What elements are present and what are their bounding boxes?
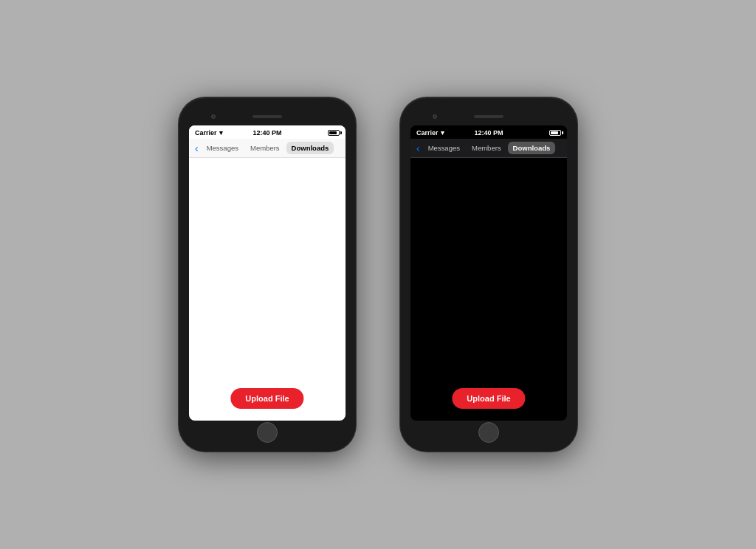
tab-messages-dark[interactable]: Messages: [423, 142, 465, 154]
phone-comparison: Carrier ▾ 12:40 PM ‹ Messages Members Do…: [179, 97, 577, 452]
battery-dark: [549, 130, 561, 136]
nav-tabs-light: Messages Members Downloads: [202, 142, 334, 154]
content-dark: Upload File: [410, 158, 567, 421]
tab-downloads-light[interactable]: Downloads: [286, 142, 334, 154]
nav-tabs-dark: Messages Members Downloads: [423, 142, 556, 154]
battery-light: [328, 130, 340, 136]
nav-bar-dark: ‹ Messages Members Downloads: [410, 139, 567, 158]
status-bar-dark: Carrier ▾ 12:40 PM: [410, 125, 567, 139]
battery-fill-light: [329, 131, 337, 134]
phone-top-dark: [410, 108, 567, 125]
light-phone: Carrier ▾ 12:40 PM ‹ Messages Members Do…: [179, 97, 356, 452]
content-light: Upload File: [189, 158, 346, 421]
tab-members-light[interactable]: Members: [245, 142, 285, 154]
time-dark: 12:40 PM: [474, 129, 503, 137]
tab-downloads-dark[interactable]: Downloads: [508, 142, 556, 154]
carrier-dark: Carrier: [416, 129, 439, 137]
battery-fill-dark: [551, 131, 558, 134]
screen-dark: Carrier ▾ 12:40 PM ‹ Messages Members Do…: [410, 125, 567, 421]
tab-messages-light[interactable]: Messages: [202, 142, 244, 154]
home-button-dark[interactable]: [478, 422, 499, 443]
speaker-light: [252, 115, 282, 118]
nav-bar-light: ‹ Messages Members Downloads: [189, 139, 346, 158]
speaker-dark: [474, 115, 504, 118]
status-left-dark: Carrier ▾: [416, 129, 444, 137]
upload-button-light[interactable]: Upload File: [230, 388, 303, 409]
wifi-icon-light: ▾: [219, 129, 223, 137]
home-button-light[interactable]: [257, 422, 278, 443]
phone-top-light: [189, 108, 346, 125]
dark-phone: Carrier ▾ 12:40 PM ‹ Messages Members Do…: [400, 97, 577, 452]
back-button-dark[interactable]: ‹: [415, 142, 422, 154]
screen-light: Carrier ▾ 12:40 PM ‹ Messages Members Do…: [189, 125, 346, 421]
status-bar-light: Carrier ▾ 12:40 PM: [189, 125, 346, 139]
status-right-dark: [549, 130, 561, 136]
time-light: 12:40 PM: [252, 129, 281, 137]
carrier-light: Carrier: [195, 129, 217, 137]
back-button-light[interactable]: ‹: [193, 142, 200, 154]
tab-members-dark[interactable]: Members: [467, 142, 506, 154]
upload-button-dark[interactable]: Upload File: [452, 388, 525, 409]
phone-bottom-light: [189, 421, 346, 441]
status-right-light: [328, 130, 340, 136]
wifi-icon-dark: ▾: [441, 129, 444, 137]
status-left-light: Carrier ▾: [195, 129, 223, 137]
phone-bottom-dark: [410, 421, 567, 441]
camera-light: [211, 114, 216, 119]
camera-dark: [433, 114, 437, 119]
